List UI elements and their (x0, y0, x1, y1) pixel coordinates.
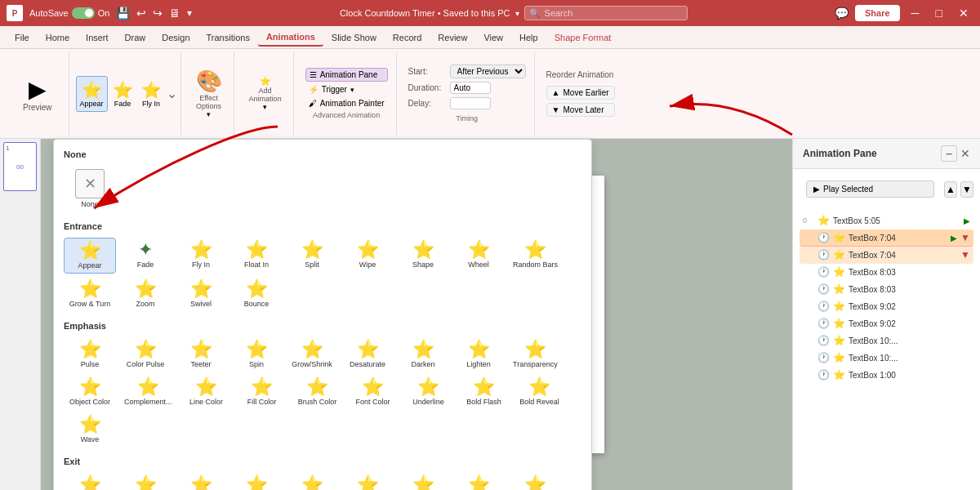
menu-transitions[interactable]: Transitions (198, 29, 258, 46)
maximize-button[interactable]: □ (931, 7, 947, 20)
menu-shape-format[interactable]: Shape Format (546, 29, 620, 46)
anim-growturn[interactable]: ⭐ Grow & Turn (64, 277, 116, 311)
undo-icon[interactable]: ↩ (136, 7, 146, 20)
anim-fillcolor[interactable]: ⭐ Fill Color (236, 375, 288, 409)
menu-draw[interactable]: Draw (117, 29, 154, 46)
autosave-switch[interactable] (72, 7, 95, 19)
anim-growshrink[interactable]: ⭐ Grow/Shrink (286, 337, 338, 372)
comments-icon[interactable]: 💬 (835, 7, 849, 20)
anim-exit-shape[interactable]: ⭐ Shape (397, 473, 449, 490)
anim-linecolor[interactable]: ⭐ Line Color (180, 375, 233, 409)
anim-entrance-randombars[interactable]: ⭐ Random Bars (508, 238, 563, 274)
anim-list-item-5[interactable]: 🕐 ⭐ TextBox 9:02 (800, 298, 973, 315)
animation-fade[interactable]: ⭐ Fade (109, 77, 136, 111)
anim-entrance-fade[interactable]: ✦ Fade (119, 238, 172, 274)
anim-flyin[interactable]: ⭐ Fly In (175, 238, 227, 274)
reorder-up-button[interactable]: ▲ (944, 181, 957, 198)
move-earlier-button[interactable]: ▲ Move Earlier (546, 86, 615, 100)
start-dropdown[interactable]: After Previous On Click With Previous (450, 65, 526, 78)
anim-transparency[interactable]: ⭐ Transparency (508, 337, 563, 372)
anim-entrance-wheel[interactable]: ⭐ Wheel (452, 238, 505, 274)
share-button[interactable]: Share (855, 5, 900, 21)
menu-design[interactable]: Design (154, 29, 198, 46)
anim-fontcolor[interactable]: ⭐ Font Color (347, 375, 399, 409)
anim-lighten[interactable]: ⭐ Lighten (452, 337, 505, 372)
anim-objectcolor[interactable]: ⭐ Object Color (64, 375, 116, 409)
menu-home[interactable]: Home (38, 29, 78, 46)
preview-button[interactable]: ▶ Preview (16, 73, 59, 115)
customize-icon[interactable]: ▾ (187, 7, 192, 19)
effect-options-button[interactable]: 🎨 EffectOptions ▾ (193, 65, 225, 122)
anim-exit-randombars[interactable]: ⭐ Random Bars (508, 473, 563, 490)
menu-view[interactable]: View (475, 29, 511, 46)
menu-record[interactable]: Record (385, 29, 430, 46)
anim-exit-split[interactable]: ⭐ Split (286, 473, 338, 490)
anim-appear[interactable]: ⭐ Appear (64, 238, 116, 274)
autosave-toggle[interactable]: AutoSave On (29, 7, 109, 19)
anim-entrance-swivel[interactable]: ⭐ Swivel (175, 277, 227, 311)
anim-exit-fade[interactable]: ⭐ Fade (119, 473, 172, 490)
anim-desaturate[interactable]: ⭐ Desaturate (341, 337, 394, 372)
reorder-down-button[interactable]: ▼ (960, 181, 973, 198)
add-animation-button[interactable]: ⭐ AddAnimation ▾ (246, 73, 285, 114)
anim-entrance-wipe[interactable]: ⭐ Wipe (341, 238, 394, 274)
animation-pane-button[interactable]: ☰ Animation Pane (305, 68, 388, 82)
anim-brushcolor[interactable]: ⭐ Brush Color (292, 375, 344, 409)
slide-thumb-1[interactable]: 1 00 (3, 142, 37, 191)
close-button[interactable]: ✕ (954, 7, 973, 20)
duration-input[interactable] (450, 82, 491, 94)
anim-boldreveal[interactable]: ⭐ Bold Reveal (514, 375, 566, 409)
redo-icon[interactable]: ↪ (153, 7, 163, 20)
menu-insert[interactable]: Insert (78, 29, 117, 46)
menu-help[interactable]: Help (511, 29, 546, 46)
anim-exit-wheel[interactable]: ⭐ Wheel (452, 473, 505, 490)
anim-list-item-4[interactable]: 🕐 ⭐ TextBox 8:03 (800, 281, 973, 298)
trigger-button[interactable]: ⚡ Trigger ▾ (305, 83, 388, 96)
anim-list-item-1[interactable]: 🕐 ⭐ TextBox 7:04 ▶ ▼ (800, 229, 973, 247)
anim-list-item-8[interactable]: 🕐 ⭐ TextBox 10:... (800, 350, 973, 367)
save-icon[interactable]: 💾 (116, 7, 130, 20)
title-chevron[interactable]: ▾ (515, 9, 519, 18)
anim-none[interactable]: ✕ None (64, 166, 116, 212)
anim-colorpulse[interactable]: ⭐ Color Pulse (119, 337, 172, 372)
search-input[interactable] (524, 6, 688, 20)
present-icon[interactable]: 🖥 (169, 7, 180, 20)
anim-pulse[interactable]: ⭐ Pulse (64, 337, 116, 372)
anim-list-item-0[interactable]: 0 ⭐ TextBox 5:05 ▶ (800, 212, 973, 229)
anim-list-item-9[interactable]: 🕐 ⭐ TextBox 1:00 (800, 367, 973, 384)
anim-list-item-2[interactable]: 🕐 ⭐ TextBox 7:04 ▼ (800, 247, 973, 264)
menu-slideshow[interactable]: Slide Show (323, 29, 385, 46)
anim-spin[interactable]: ⭐ Spin (230, 337, 283, 372)
anim-exit-wipe[interactable]: ⭐ Wipe (341, 473, 394, 490)
animation-painter-button[interactable]: 🖌 Animation Painter (305, 97, 388, 109)
animation-flyin[interactable]: ⭐ Fly In (138, 77, 165, 111)
anim-flyout[interactable]: ⭐ Fly Out (175, 473, 227, 490)
anim-teeter[interactable]: ⭐ Teeter (175, 337, 227, 372)
anim-disappear[interactable]: ⭐ Disappear (64, 473, 116, 490)
anim-underline[interactable]: ⭐ Underline (403, 375, 455, 409)
minimize-button[interactable]: ─ (906, 7, 924, 20)
anim-list-item-7[interactable]: 🕐 ⭐ TextBox 10:... (800, 332, 973, 350)
anim-complement[interactable]: ⭐ Complement... (119, 375, 177, 409)
play-selected-button[interactable]: ▶ Play Selected (806, 180, 934, 198)
menu-review[interactable]: Review (430, 29, 475, 46)
pane-collapse-button[interactable]: ─ (941, 145, 957, 162)
anim-entrance-zoom[interactable]: ⭐ Zoom (119, 277, 172, 311)
selected-animation-appear[interactable]: ⭐ Appear (76, 76, 108, 112)
anim-floatout[interactable]: ⭐ Float Out (230, 473, 283, 490)
delay-input[interactable] (450, 97, 491, 109)
anim-entrance-split[interactable]: ⭐ Split (286, 238, 338, 274)
animation-strip-scroll[interactable]: ⌄ (167, 56, 177, 131)
anim-entrance-bounce[interactable]: ⭐ Bounce (230, 277, 283, 311)
anim-darken[interactable]: ⭐ Darken (397, 337, 449, 372)
anim-wave[interactable]: ⭐ Wave (64, 412, 116, 447)
pane-close-button[interactable]: ✕ (960, 147, 970, 160)
anim-list-item-3[interactable]: 🕐 ⭐ TextBox 8:03 (800, 264, 973, 281)
anim-entrance-shape[interactable]: ⭐ Shape (397, 238, 449, 274)
menu-file[interactable]: File (7, 29, 38, 46)
anim-list-item-6[interactable]: 🕐 ⭐ TextBox 9:02 (800, 315, 973, 332)
menu-animations[interactable]: Animations (258, 29, 323, 47)
anim-floatin[interactable]: ⭐ Float In (230, 238, 283, 274)
move-later-button[interactable]: ▼ Move Later (546, 103, 615, 117)
anim-boldflash[interactable]: ⭐ Bold Flash (458, 375, 510, 409)
